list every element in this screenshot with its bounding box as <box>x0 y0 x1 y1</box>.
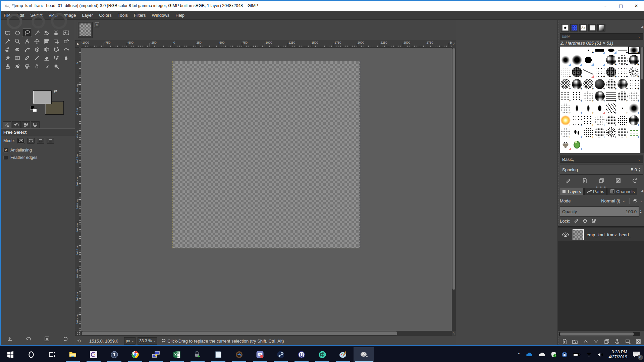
brush-noiseD[interactable]: + <box>594 90 605 102</box>
wifi-icon[interactable] <box>586 352 592 357</box>
menu-filters[interactable]: Filters <box>131 11 149 19</box>
tool-cage-transform[interactable] <box>51 45 61 54</box>
close-button[interactable]: ✕ <box>629 1 644 11</box>
brush-glow[interactable]: + <box>560 114 571 126</box>
zoom-dropdown[interactable]: 33.3 %⌄ <box>138 337 157 345</box>
tab-brushes[interactable] <box>561 24 569 32</box>
tool-select-by-color[interactable] <box>42 28 51 37</box>
duplicate-layer-icon[interactable] <box>604 339 610 345</box>
delete-preset-icon[interactable] <box>44 336 50 342</box>
onedrive-white-icon[interactable] <box>538 352 546 357</box>
image-tab-close-icon[interactable]: ✕ <box>95 22 99 27</box>
tool-smudge[interactable] <box>42 62 51 70</box>
lock-pixels-icon[interactable] <box>574 218 579 224</box>
tool-foreground-select[interactable] <box>61 28 71 37</box>
image-layer[interactable] <box>173 61 360 248</box>
brush-noiseF[interactable]: + <box>594 114 605 126</box>
brush-tinydot[interactable]: + <box>617 102 628 114</box>
brush-softL[interactable]: + <box>628 102 640 114</box>
taskbar-task-view-icon[interactable] <box>42 347 62 362</box>
taskbar-mod-tool-icon[interactable] <box>229 347 250 362</box>
brush-marks[interactable]: + <box>583 114 594 126</box>
brush-inkblob[interactable] <box>594 102 605 114</box>
layer-thumbnail[interactable] <box>573 229 584 240</box>
mode-add-button[interactable] <box>27 138 35 144</box>
taskbar-paint-net-icon[interactable] <box>333 347 354 362</box>
foreground-color-swatch[interactable] <box>33 90 52 104</box>
image-menu-button[interactable]: ▶ <box>75 40 81 48</box>
brush-blank[interactable] <box>617 138 628 150</box>
tool-measure[interactable] <box>22 37 32 45</box>
tool-color-picker[interactable] <box>3 37 12 45</box>
brush-marks[interactable]: + <box>571 90 583 102</box>
brush-blank[interactable] <box>560 47 571 54</box>
brush-noiseS[interactable]: + <box>617 114 628 126</box>
brush-noiseD[interactable]: + <box>617 78 628 90</box>
taskbar-file-explorer-icon[interactable] <box>62 347 83 362</box>
brush-diag[interactable]: + <box>605 102 617 114</box>
brush-blank[interactable] <box>628 138 640 150</box>
brush-star[interactable] <box>594 54 605 66</box>
brush-wilber[interactable] <box>560 138 571 150</box>
swap-colors-icon[interactable]: ⇄ <box>54 88 57 94</box>
restore-preset-icon[interactable] <box>25 336 32 342</box>
brush-noiseM[interactable]: + <box>617 90 628 102</box>
taskbar-discord-icon[interactable] <box>250 347 270 362</box>
taskbar-excel-icon[interactable] <box>166 347 187 362</box>
tab-undo-history[interactable] <box>12 121 21 128</box>
brush-noiseS[interactable]: + <box>560 66 571 78</box>
brush-noiseD[interactable]: + <box>628 54 640 66</box>
tool-move[interactable] <box>32 37 42 45</box>
mode-replace-button[interactable] <box>17 138 25 144</box>
navigation-button[interactable]: ⤡ <box>452 331 456 336</box>
brush-dotsSparse[interactable]: + <box>594 66 605 78</box>
brush-softM[interactable] <box>571 54 583 66</box>
dock-menu-icon[interactable]: ◀ <box>641 25 643 29</box>
tool-ellipse-select[interactable] <box>12 28 22 37</box>
layer-mode-dropdown[interactable]: Normal (l)⌄ ⌄ <box>601 198 643 204</box>
brush-noiseD[interactable]: + <box>605 54 617 66</box>
tool-shear[interactable] <box>12 45 22 54</box>
brush-softS[interactable] <box>560 54 571 66</box>
tab-tool-options[interactable] <box>3 121 11 128</box>
tool-eraser[interactable] <box>42 54 51 62</box>
opacity-slider[interactable]: Opacity 100.0 <box>560 206 639 217</box>
opacity-spinner[interactable]: ▲▼ <box>640 206 642 217</box>
brush-noiseM[interactable]: + <box>617 54 628 66</box>
brush-vstreak[interactable]: + <box>583 102 594 114</box>
brush-splat[interactable]: + <box>605 66 617 78</box>
brush-web[interactable]: + <box>628 66 640 78</box>
brush-noiseM[interactable]: + <box>594 126 605 138</box>
brush-line[interactable]: + <box>617 47 628 54</box>
brush-circle[interactable] <box>583 54 594 66</box>
vertical-ruler[interactable]: 0250500750100012501500175020002250250027… <box>75 48 81 331</box>
menu-colors[interactable]: Colors <box>96 11 115 19</box>
brush-blank[interactable] <box>594 138 605 150</box>
default-colors-icon[interactable] <box>30 106 38 113</box>
menu-tools[interactable]: Tools <box>115 11 131 19</box>
clock[interactable]: 3:28 PM 4/27/2019 <box>608 350 627 360</box>
dock-menu-icon[interactable]: ◀ <box>641 189 643 193</box>
action-center-icon[interactable]: 8 <box>632 351 641 358</box>
brush-vstreak[interactable]: + <box>571 102 583 114</box>
taskbar-notepad-icon[interactable] <box>208 347 229 362</box>
tab-channels[interactable]: Channels <box>607 188 637 195</box>
brush-noiseM[interactable]: + <box>605 114 617 126</box>
tool-airbrush[interactable] <box>51 54 61 62</box>
brush-dotsSparse[interactable]: + <box>571 114 583 126</box>
tool-handle-transform[interactable] <box>22 45 32 54</box>
tool-zoom[interactable] <box>12 37 22 45</box>
tool-gradient[interactable] <box>12 54 22 62</box>
tool-clone[interactable] <box>3 62 12 70</box>
tool-rotate[interactable] <box>61 37 71 45</box>
tab-layers[interactable]: Layers <box>559 188 584 195</box>
anchor-layer-icon[interactable] <box>614 339 620 345</box>
brush-cells[interactable]: + <box>583 78 594 90</box>
lower-layer-icon[interactable] <box>593 339 599 345</box>
taskbar-chrome-icon[interactable] <box>125 347 146 362</box>
raise-layer-icon[interactable] <box>583 339 589 345</box>
minimize-button[interactable]: – <box>598 1 613 11</box>
statusbar-cancel-icon[interactable]: ⟲ <box>77 339 83 344</box>
refresh-brushes-icon[interactable] <box>632 178 638 184</box>
tool-flip[interactable] <box>42 45 51 54</box>
